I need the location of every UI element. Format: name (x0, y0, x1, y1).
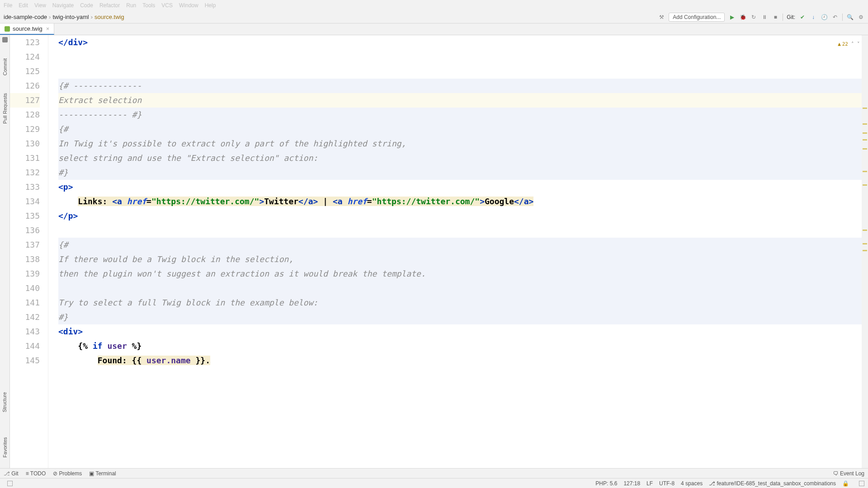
status-line-ending[interactable]: LF (646, 480, 653, 487)
git-commit-icon[interactable]: ✔ (799, 14, 806, 21)
menu-navigate[interactable]: Navigate (52, 2, 74, 9)
git-label: Git: (787, 14, 795, 20)
chevron-right-icon: › (49, 14, 51, 20)
stop-icon[interactable]: ■ (772, 14, 779, 21)
fold-column (48, 35, 57, 468)
breadcrumb-folder[interactable]: twig-into-yaml (52, 14, 89, 20)
favorites-tool[interactable]: Favorites (2, 437, 8, 457)
inspection-badge[interactable]: ▲ 22 ˄ ˅ (838, 37, 860, 52)
status-encoding[interactable]: UTF-8 (659, 480, 675, 487)
project-tool-icon[interactable] (2, 37, 8, 42)
status-bar: PHP: 5.6 127:18 LF UTF-8 4 spaces ⎇ feat… (0, 478, 868, 488)
breadcrumb: ide-sample-code › twig-into-yaml › sourc… (4, 14, 124, 20)
warning-icon: ▲ (838, 37, 841, 52)
breadcrumb-file[interactable]: source.twig (94, 14, 124, 20)
status-indent[interactable]: 4 spaces (681, 480, 703, 487)
git-history-icon[interactable]: 🕘 (821, 14, 828, 21)
menu-tools[interactable]: Tools (142, 2, 155, 9)
add-configuration-button[interactable]: Add Configuration... (669, 13, 725, 22)
menu-run[interactable]: Run (126, 2, 136, 9)
search-icon[interactable]: 🔍 (846, 14, 854, 21)
terminal-tool[interactable]: ▣ Terminal (89, 470, 116, 477)
code-area[interactable]: </div> {# --------------Extract selectio… (57, 35, 868, 468)
pull-requests-tool[interactable]: Pull Requests (2, 93, 8, 124)
event-log-tool[interactable]: 🗨 Event Log (833, 470, 864, 477)
menu-bar: File Edit View Navigate Code Refactor Ru… (0, 0, 868, 11)
commit-tool[interactable]: Commit (2, 58, 8, 75)
git-rollback-icon[interactable]: ↶ (831, 14, 839, 21)
run-icon[interactable]: ▶ (728, 14, 736, 21)
tool-window-bar: ⎇ Git ≡ TODO ⊘ Problems ▣ Terminal 🗨 Eve… (0, 468, 868, 478)
status-caret-pos[interactable]: 127:18 (623, 480, 640, 487)
status-memory-icon[interactable] (859, 481, 864, 486)
menu-refactor[interactable]: Refactor (99, 2, 120, 9)
structure-tool[interactable]: Structure (2, 392, 8, 413)
build-icon[interactable]: ⚒ (658, 14, 665, 21)
error-stripe[interactable] (862, 35, 868, 468)
breadcrumb-root[interactable]: ide-sample-code (4, 14, 47, 20)
menu-help[interactable]: Help (205, 2, 216, 9)
menu-edit[interactable]: Edit (19, 2, 28, 9)
menu-vcs[interactable]: VCS (161, 2, 173, 9)
menu-code[interactable]: Code (80, 2, 93, 9)
settings-icon[interactable]: ⚙ (857, 14, 864, 21)
todo-tool[interactable]: ≡ TODO (26, 470, 46, 477)
tab-label: source.twig (13, 25, 42, 32)
chevron-right-icon: › (91, 14, 93, 20)
close-icon[interactable]: × (46, 25, 50, 32)
warning-count: 22 (842, 37, 848, 52)
problems-tool[interactable]: ⊘ Problems (53, 470, 82, 477)
nav-bar: ide-sample-code › twig-into-yaml › sourc… (0, 11, 868, 23)
git-update-icon[interactable]: ↓ (810, 14, 817, 21)
code-editor[interactable]: 1231241251261271281291301311321331341351… (10, 35, 868, 468)
menu-window[interactable]: Window (179, 2, 198, 9)
twig-file-icon (5, 26, 10, 32)
status-lock-icon[interactable]: 🔒 (842, 480, 849, 487)
profile-icon[interactable]: ⏸ (761, 14, 768, 21)
status-php[interactable]: PHP: 5.6 (595, 480, 617, 487)
debug-icon[interactable]: 🐞 (739, 14, 746, 21)
editor-tabs: source.twig × (0, 23, 868, 35)
down-icon[interactable]: ˅ (857, 37, 860, 52)
left-tool-strip: Commit Pull Requests Structure Favorites (0, 35, 10, 468)
menu-file[interactable]: File (4, 2, 12, 9)
tab-source-twig[interactable]: source.twig × (0, 23, 54, 35)
menu-view[interactable]: View (34, 2, 46, 9)
up-icon[interactable]: ˄ (851, 37, 854, 52)
status-branch[interactable]: ⎇ feature/IDE-685_test_data_sanbox_combi… (709, 480, 836, 487)
git-tool[interactable]: ⎇ Git (4, 470, 19, 477)
status-tool-icon[interactable] (7, 481, 13, 486)
coverage-icon[interactable]: ↻ (750, 14, 757, 21)
line-number-gutter: 1231241251261271281291301311321331341351… (10, 35, 48, 468)
